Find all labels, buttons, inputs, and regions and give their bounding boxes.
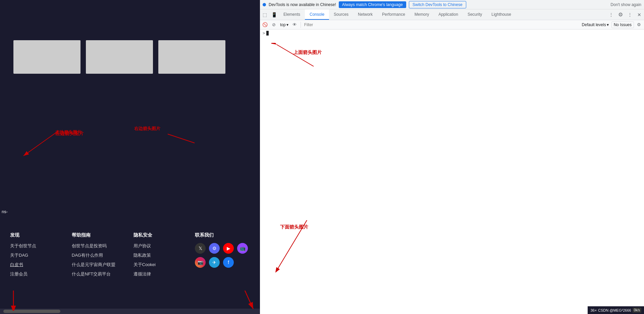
- footer-col-contact: 联系我们 𝕏 ⚙ ▶ 📺 📷 ✈ f: [192, 232, 253, 280]
- svg-line-0: [23, 131, 59, 156]
- image-1: [13, 40, 80, 74]
- footer-col-title-discover: 发现: [10, 232, 65, 238]
- more-tabs-icon[interactable]: ⋮: [606, 12, 616, 17]
- instagram-icon[interactable]: 📷: [195, 257, 206, 268]
- clear-console-icon[interactable]: 🚫: [261, 21, 269, 28]
- default-levels-label: Default levels: [582, 22, 606, 27]
- filter-icon[interactable]: ⊘: [270, 21, 277, 28]
- social-icons: 𝕏 ⚙ ▶ 📺 📷 ✈ f: [195, 243, 250, 268]
- notification-text: DevTools is now available in Chinese!: [269, 2, 336, 7]
- switch-to-chinese-button[interactable]: Switch DevTools to Chinese: [409, 1, 466, 8]
- footer-col-title-contact: 联系我们: [195, 232, 250, 238]
- bottom-left-arrow-svg: [0, 291, 34, 311]
- tabs-more-area: ⋮ ⚙ ⋮ ✕: [606, 9, 644, 20]
- console-caret-icon: >: [263, 31, 265, 36]
- footer-col-privacy: 隐私安全 用户协议 隐私政策 关于Cookei 遵循法律: [130, 232, 192, 280]
- svg-line-6: [245, 291, 253, 309]
- tab-console[interactable]: Console: [305, 9, 329, 20]
- footer-privacy-link-1[interactable]: 用户协议: [133, 243, 189, 249]
- footer-link-1[interactable]: 关于创世节点: [10, 243, 65, 249]
- footer-privacy-link-3[interactable]: 关于Cookei: [133, 262, 189, 268]
- devtools-tabs-bar: ⬚ 📱 Elements Console Sources Network Per…: [260, 9, 644, 20]
- cut-off-text: ns-: [0, 208, 8, 215]
- device-toolbar-icon[interactable]: 📱: [269, 9, 279, 20]
- facebook-icon[interactable]: f: [223, 257, 234, 268]
- footer-help-link-3[interactable]: 什么是元宇宙商户联盟: [72, 262, 127, 268]
- corner-badge: 36× CSDN @MEG²2666 0k/s: [588, 306, 644, 314]
- no-issues-badge: No Issues: [611, 21, 634, 28]
- annotation-left-label: 左边箭头图片: [55, 129, 82, 135]
- devtools-top-arrow-svg: [270, 43, 320, 70]
- close-devtools-icon[interactable]: ✕: [635, 12, 644, 17]
- discord-icon[interactable]: ⚙: [209, 243, 220, 254]
- tab-network[interactable]: Network: [353, 9, 377, 20]
- svg-line-2: [168, 134, 195, 158]
- left-arrow-svg: [7, 127, 67, 161]
- context-selector[interactable]: top ▾: [279, 22, 290, 28]
- dismiss-button[interactable]: Don't show again: [610, 2, 641, 7]
- console-content-area[interactable]: > 上面箭头图片 下面箭头图片: [260, 29, 644, 314]
- default-levels-button[interactable]: Default levels ▾: [581, 22, 610, 28]
- default-levels-icon: ▾: [607, 22, 609, 27]
- eye-icon[interactable]: 👁: [291, 21, 299, 28]
- image-row: [0, 34, 260, 80]
- more-options-icon[interactable]: ⋮: [625, 12, 635, 17]
- console-prompt-line: >: [263, 31, 641, 36]
- tab-application[interactable]: Application: [434, 9, 463, 20]
- devtools-panel: DevTools is now available in Chinese! Al…: [260, 0, 644, 314]
- footer: 发现 关于创世节点 关于DAG 白皮书 注册会员 帮助指南 创世节点是投资吗 D…: [0, 226, 260, 287]
- tab-performance[interactable]: Performance: [377, 9, 410, 20]
- footer-help-link-1[interactable]: 创世节点是投资吗: [72, 243, 127, 249]
- tab-lighthouse[interactable]: Lighthouse: [487, 9, 516, 20]
- youtube-icon[interactable]: ▶: [223, 243, 234, 254]
- inspect-element-icon[interactable]: ⬚: [260, 9, 269, 20]
- footer-privacy-link-4[interactable]: 遵循法律: [133, 271, 189, 277]
- context-value: top: [280, 22, 286, 27]
- match-language-button[interactable]: Always match Chrome's language: [339, 1, 406, 8]
- toolbar-divider: [301, 22, 301, 28]
- footer-col-discover: 发现 关于创世节点 关于DAG 白皮书 注册会员: [7, 232, 68, 280]
- bottom-right-arrow-svg: [231, 291, 258, 311]
- scrollbar-thumb[interactable]: [3, 310, 60, 313]
- tab-security[interactable]: Security: [463, 9, 487, 20]
- devtools-bottom-arrow-svg: [267, 220, 334, 280]
- tab-elements[interactable]: Elements: [279, 9, 305, 20]
- annotation-top-devtools: 上面箭头图片: [293, 50, 322, 56]
- twitch-icon[interactable]: 📺: [237, 243, 248, 254]
- footer-privacy-link-2[interactable]: 隐私政策: [133, 252, 189, 258]
- footer-col-title-help: 帮助指南: [72, 232, 127, 238]
- devtools-notification-bar: DevTools is now available in Chinese! Al…: [260, 0, 644, 9]
- filter-input[interactable]: [303, 21, 442, 28]
- badge-speed: 0k/s: [633, 308, 641, 313]
- console-cursor: [266, 31, 269, 36]
- footer-link-4[interactable]: 注册会员: [10, 271, 65, 277]
- footer-col-help: 帮助指南 创世节点是投资吗 DAG有什么作用 什么是元宇宙商户联盟 什么是NFT…: [68, 232, 130, 280]
- console-settings-icon[interactable]: ⚙: [635, 21, 643, 28]
- footer-link-3[interactable]: 白皮书: [10, 262, 65, 268]
- svg-line-8: [277, 45, 314, 66]
- badge-size: 36×: [590, 308, 597, 312]
- footer-col-title-privacy: 隐私安全: [133, 232, 189, 238]
- footer-help-link-2[interactable]: DAG有什么作用: [72, 252, 127, 258]
- footer-help-link-4[interactable]: 什么是NFT交易平台: [72, 271, 127, 277]
- website-panel: ns- 发现 关于创世节点 关于DAG 白皮书 注册会员 帮助指南 创世节点是投…: [0, 0, 260, 314]
- right-arrow-svg: [127, 124, 195, 164]
- image-3: [158, 40, 225, 74]
- footer-link-2[interactable]: 关于DAG: [10, 252, 65, 258]
- context-dropdown-icon: ▾: [286, 22, 288, 27]
- notification-dot: [263, 3, 266, 6]
- settings-icon[interactable]: ⚙: [616, 11, 625, 18]
- horizontal-scrollbar[interactable]: [0, 309, 260, 314]
- telegram-icon[interactable]: ✈: [209, 257, 220, 268]
- twitter-icon[interactable]: 𝕏: [195, 243, 206, 254]
- badge-user: CSDN @MEG²2666: [598, 308, 631, 312]
- annotation-bottom-devtools: 下面箭头图片: [280, 224, 308, 230]
- tab-memory[interactable]: Memory: [410, 9, 434, 20]
- tab-sources[interactable]: Sources: [329, 9, 353, 20]
- annotation-right-label: 右边箭头图片: [134, 126, 160, 132]
- console-toolbar: 🚫 ⊘ top ▾ 👁 Default levels ▾ No Issues ⚙: [260, 20, 644, 29]
- svg-line-10: [277, 220, 307, 270]
- left-arrow-label: 左边箭头图片: [55, 131, 84, 137]
- image-2: [86, 40, 153, 74]
- footer-columns: 发现 关于创世节点 关于DAG 白皮书 注册会员 帮助指南 创世节点是投资吗 D…: [7, 232, 253, 280]
